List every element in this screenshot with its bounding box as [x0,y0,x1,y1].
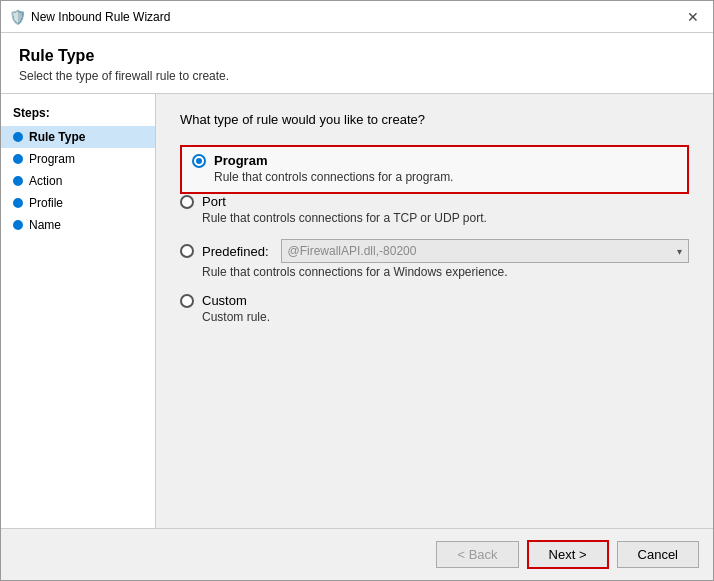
sidebar-item-action[interactable]: Action [1,170,155,192]
option-group: Program Rule that controls connections f… [180,145,689,338]
sidebar-label-profile: Profile [29,196,63,210]
page-title: Rule Type [19,47,695,65]
option-label-port: Port [202,194,226,209]
sidebar-label-name: Name [29,218,61,232]
radio-program[interactable] [192,154,206,168]
option-row-program: Program [192,153,677,168]
step-dot-rule-type [13,132,23,142]
window-icon: 🛡️ [9,9,25,25]
window-title: New Inbound Rule Wizard [31,10,170,24]
option-desc-program: Rule that controls connections for a pro… [214,170,677,184]
sidebar-item-profile[interactable]: Profile [1,192,155,214]
footer: < Back Next > Cancel [1,528,713,580]
option-item-predefined[interactable]: Predefined: @FirewallAPI.dll,-80200 ▾ Ru… [180,239,689,279]
option-item-custom[interactable]: Custom Custom rule. [180,293,689,324]
step-dot-program [13,154,23,164]
sidebar-label-rule-type: Rule Type [29,130,85,144]
radio-custom-option[interactable] [180,294,194,308]
option-item-port[interactable]: Port Rule that controls connections for … [180,194,689,225]
sidebar-label-action: Action [29,174,62,188]
header-section: Rule Type Select the type of firewall ru… [1,33,713,94]
dropdown-arrow-icon: ▾ [677,246,682,257]
option-desc-custom: Custom rule. [202,310,689,324]
option-desc-predefined: Rule that controls connections for a Win… [202,265,689,279]
option-desc-port: Rule that controls connections for a TCP… [202,211,689,225]
content-area: Steps: Rule Type Program Action Profile … [1,94,713,528]
sidebar-item-name[interactable]: Name [1,214,155,236]
option-label-custom: Custom [202,293,247,308]
title-bar-left: 🛡️ New Inbound Rule Wizard [9,9,170,25]
close-button[interactable]: ✕ [681,5,705,29]
option-label-program: Program [214,153,267,168]
back-button[interactable]: < Back [436,541,518,568]
wizard-window: 🛡️ New Inbound Rule Wizard ✕ Rule Type S… [0,0,714,581]
page-subtitle: Select the type of firewall rule to crea… [19,69,695,83]
step-dot-action [13,176,23,186]
option-row-predefined: Predefined: @FirewallAPI.dll,-80200 ▾ [180,239,689,263]
sidebar: Steps: Rule Type Program Action Profile … [1,94,156,528]
option-item-program[interactable]: Program Rule that controls connections f… [180,145,689,194]
main-content: What type of rule would you like to crea… [156,94,713,528]
option-row-port: Port [180,194,689,209]
option-label-predefined: Predefined: [202,244,269,259]
predefined-dropdown[interactable]: @FirewallAPI.dll,-80200 ▾ [281,239,690,263]
radio-port[interactable] [180,195,194,209]
radio-predefined[interactable] [180,244,194,258]
sidebar-label-program: Program [29,152,75,166]
sidebar-item-rule-type[interactable]: Rule Type [1,126,155,148]
predefined-dropdown-value: @FirewallAPI.dll,-80200 [288,244,417,258]
sidebar-title: Steps: [1,106,155,126]
cancel-button[interactable]: Cancel [617,541,699,568]
title-bar: 🛡️ New Inbound Rule Wizard ✕ [1,1,713,33]
option-row-custom: Custom [180,293,689,308]
sidebar-item-program[interactable]: Program [1,148,155,170]
next-button[interactable]: Next > [527,540,609,569]
step-dot-name [13,220,23,230]
step-dot-profile [13,198,23,208]
question-text: What type of rule would you like to crea… [180,112,689,127]
